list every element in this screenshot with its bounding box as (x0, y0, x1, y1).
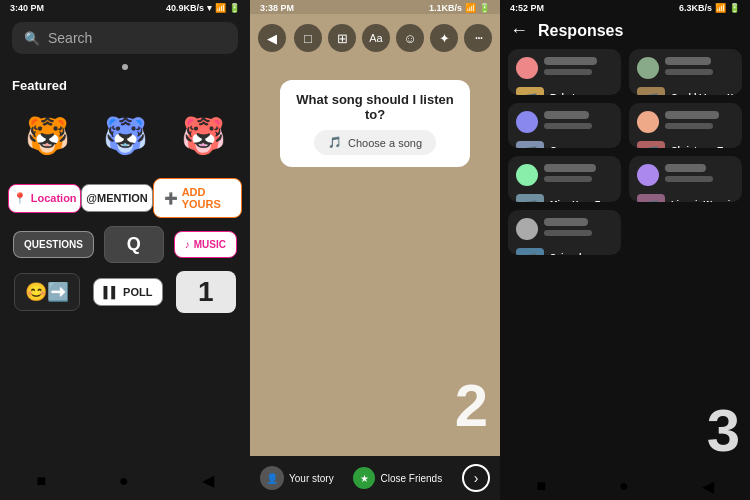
text-tool-icon[interactable]: Aa (362, 24, 390, 52)
nav-square-icon-3[interactable]: ■ (536, 477, 546, 496)
scroll-dot (122, 64, 128, 70)
badge-questions[interactable]: QUESTIONS (13, 231, 94, 258)
resp-text-block (665, 111, 734, 129)
resp-text-block (544, 218, 613, 236)
badge-addyours-label: ADD YOURS (182, 186, 231, 210)
search-bar[interactable]: 🔍 Search (12, 22, 238, 54)
choose-song-button[interactable]: 🎵 Choose a song (314, 130, 436, 155)
response-top (629, 156, 742, 190)
wifi-icon-2: 📶 (465, 3, 476, 13)
sticker-row-featured: 🐯 🐯 🐯 (0, 97, 250, 174)
song-thumbnail: 🎵 (516, 248, 544, 256)
nav-back-icon[interactable]: ◀ (202, 471, 214, 490)
resp-blurred-line-2 (544, 176, 592, 182)
badge-location[interactable]: 📍 Location (8, 184, 81, 213)
next-button[interactable]: › (462, 464, 490, 492)
resp-text-block (544, 57, 613, 75)
song-name: Rehat (550, 92, 613, 95)
signal-icon: 📶 (215, 3, 226, 13)
song-name: Miss Your Face (550, 199, 615, 202)
badge-mention-label: @MENTION (86, 192, 147, 204)
resp-text-block (544, 111, 613, 129)
battery-icon-2: 🔋 (479, 3, 490, 13)
response-top (508, 49, 621, 83)
close-friends-button[interactable]: ★ Close Friends (353, 467, 442, 489)
badge-poll-label: POLL (123, 286, 152, 298)
back-button-3[interactable]: ← (510, 20, 528, 41)
nav-circle-icon[interactable]: ● (119, 472, 129, 490)
wifi-icon-3: 📶 (715, 3, 726, 13)
panel2-status-icons: 1.1KB/s 📶 🔋 (429, 3, 490, 13)
back-button-2[interactable]: ◀ (258, 24, 286, 52)
panel3-network: 6.3KB/s (679, 3, 712, 13)
sticker-tiger-2[interactable]: 🐯 (93, 103, 158, 168)
resp-blurred-line-2 (544, 69, 592, 75)
badge-mention[interactable]: @MENTION (81, 184, 152, 212)
search-input[interactable]: Search (48, 30, 92, 46)
your-story-button[interactable]: 👤 Your story (260, 466, 334, 490)
song-info: Christmas Tree V (671, 145, 736, 148)
song-info: Miss Your Face Too Close To To... (550, 199, 615, 202)
response-song: 🎵 Oxygen Beach Bunny (508, 137, 621, 149)
badge-number-1[interactable]: 1 (176, 271, 236, 313)
badge-music[interactable]: ♪ MUSIC (174, 231, 237, 258)
nav-back-icon-3[interactable]: ◀ (702, 477, 714, 496)
resp-avatar (637, 111, 659, 133)
sticker-tiger-1[interactable]: 🐯 (15, 103, 80, 168)
sparkle-tool-icon[interactable]: ✦ (430, 24, 458, 52)
resp-avatar (516, 218, 538, 240)
sticker-tool-icon[interactable]: □ (294, 24, 322, 52)
song-name: Christmas Tree (671, 145, 736, 148)
face-tool-icon[interactable]: ☺ (396, 24, 424, 52)
story-bottom-bar: 👤 Your story ★ Close Friends › (250, 456, 500, 500)
badge-row-3: 😊➡️ ▌▌ POLL 1 (0, 267, 250, 317)
response-card: 🎵 Miss Your Face Too Close To To... Repl… (508, 156, 621, 202)
resp-blurred-line-2 (665, 176, 713, 182)
panel1-nav: ■ ● ◀ (0, 461, 250, 500)
music-note-icon: 🎵 (328, 136, 342, 149)
your-story-label: Your story (289, 473, 334, 484)
panel1-time: 3:40 PM (10, 3, 44, 13)
topbar-tool-icons: □ ⊞ Aa ☺ ✦ ··· (294, 24, 492, 52)
resp-avatar (516, 111, 538, 133)
response-song: 🎵 Miss Your Face Too Close To To... (508, 190, 621, 202)
panel-story-creator: 3:38 PM 1.1KB/s 📶 🔋 ◀ □ ⊞ Aa ☺ ✦ ··· Wha… (250, 0, 500, 500)
response-card: 🎵 Christmas Tree V Reply › (629, 103, 742, 149)
badge-emoji[interactable]: 😊➡️ (14, 273, 80, 311)
resp-blurred-line-1 (544, 111, 589, 119)
badge-location-label: Location (31, 192, 77, 204)
song-poll-card[interactable]: What song should I listen to? 🎵 Choose a… (280, 80, 470, 167)
badge-quiz[interactable]: Q (104, 226, 164, 263)
song-name: Oxygen (550, 145, 613, 148)
search-icon: 🔍 (24, 31, 40, 46)
scroll-indicator (0, 64, 250, 70)
badge-addyours[interactable]: ➕ ADD YOURS (153, 178, 242, 218)
response-song: 🎵 Lingsir Wengi Sindy Purbawati (629, 190, 742, 202)
more-tool-icon[interactable]: ··· (464, 24, 492, 52)
panel3-status-bar: 4:52 PM 6.3KB/s 📶 🔋 (500, 0, 750, 14)
song-poll-question: What song should I listen to? (290, 92, 460, 122)
panel2-status-bar: 3:38 PM 1.1KB/s 📶 🔋 (250, 0, 500, 14)
panel3-nav: ■ ● ◀ (500, 469, 750, 500)
sticker-tiger-3[interactable]: 🐯 (171, 103, 236, 168)
resp-blurred-line-1 (544, 57, 597, 65)
panel3-time: 4:52 PM (510, 3, 544, 13)
badge-row-1: 📍 Location @MENTION ➕ ADD YOURS (0, 174, 250, 222)
nav-circle-icon-3[interactable]: ● (619, 477, 629, 496)
resp-text-block (665, 164, 734, 182)
choose-song-label: Choose a song (348, 137, 422, 149)
panel1-network: 40.9KB/s (166, 3, 204, 13)
panel2-time: 3:38 PM (260, 3, 294, 13)
badge-poll[interactable]: ▌▌ POLL (93, 278, 164, 306)
response-top (629, 49, 742, 83)
panel3-number-badge: 3 (707, 396, 740, 465)
song-info: Could I Love Yo... Renée Dominique (671, 92, 742, 95)
layout-tool-icon[interactable]: ⊞ (328, 24, 356, 52)
panel2-network: 1.1KB/s (429, 3, 462, 13)
featured-label: Featured (0, 72, 250, 97)
song-thumbnail: 🎵 (516, 194, 544, 202)
panel-stickers: 3:40 PM 40.9KB/s ▾ 📶 🔋 🔍 Search Featured… (0, 0, 250, 500)
wifi-icon: ▾ (207, 3, 212, 13)
resp-blurred-line-2 (544, 123, 592, 129)
nav-square-icon[interactable]: ■ (36, 472, 46, 490)
